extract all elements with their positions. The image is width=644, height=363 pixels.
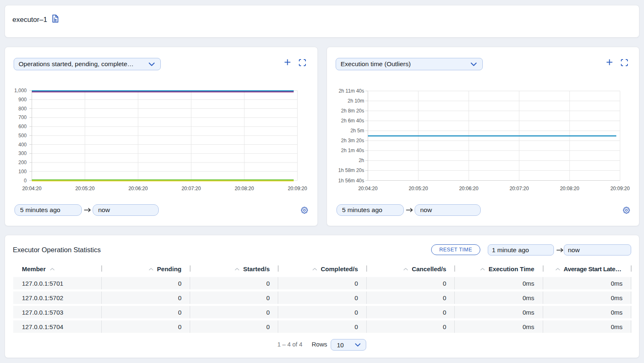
svg-text:20:05:20: 20:05:20: [75, 186, 95, 191]
svg-text:0: 0: [24, 178, 27, 184]
svg-text:20:08:20: 20:08:20: [560, 186, 580, 191]
svg-text:100: 100: [18, 169, 26, 174]
svg-text:20:04:20: 20:04:20: [358, 186, 378, 191]
svg-text:800: 800: [18, 106, 26, 112]
svg-text:2h: 2h: [359, 158, 364, 163]
svg-text:1h 58m 20s: 1h 58m 20s: [338, 167, 364, 173]
svg-text:900: 900: [18, 97, 26, 103]
svg-text:20:07:20: 20:07:20: [510, 186, 529, 191]
svg-text:1,000: 1,000: [14, 88, 26, 93]
svg-text:2h 10m: 2h 10m: [348, 98, 364, 104]
svg-text:300: 300: [18, 150, 26, 156]
svg-text:20:04:20: 20:04:20: [22, 186, 42, 191]
svg-text:2h 6m 40s: 2h 6m 40s: [341, 118, 364, 124]
svg-text:20:07:20: 20:07:20: [181, 186, 201, 191]
svg-text:400: 400: [18, 142, 26, 148]
svg-text:20:08:20: 20:08:20: [235, 186, 254, 191]
svg-text:20:06:20: 20:06:20: [459, 186, 479, 191]
svg-text:20:09:20: 20:09:20: [288, 186, 307, 191]
svg-text:500: 500: [18, 133, 26, 139]
svg-text:2h 11m 40s: 2h 11m 40s: [339, 88, 364, 94]
svg-text:20:06:20: 20:06:20: [129, 186, 148, 191]
svg-text:200: 200: [18, 160, 26, 165]
svg-text:1h 56m 40s: 1h 56m 40s: [338, 178, 364, 184]
svg-text:20:05:20: 20:05:20: [409, 186, 428, 191]
svg-text:700: 700: [18, 115, 26, 120]
svg-text:2h 8m 20s: 2h 8m 20s: [341, 108, 364, 114]
svg-text:2h 3m 20s: 2h 3m 20s: [341, 138, 364, 143]
svg-text:20:09:20: 20:09:20: [611, 186, 630, 191]
svg-text:600: 600: [18, 124, 26, 129]
svg-text:2h 1m 40s: 2h 1m 40s: [341, 148, 364, 153]
svg-text:2h 5m: 2h 5m: [351, 128, 364, 134]
